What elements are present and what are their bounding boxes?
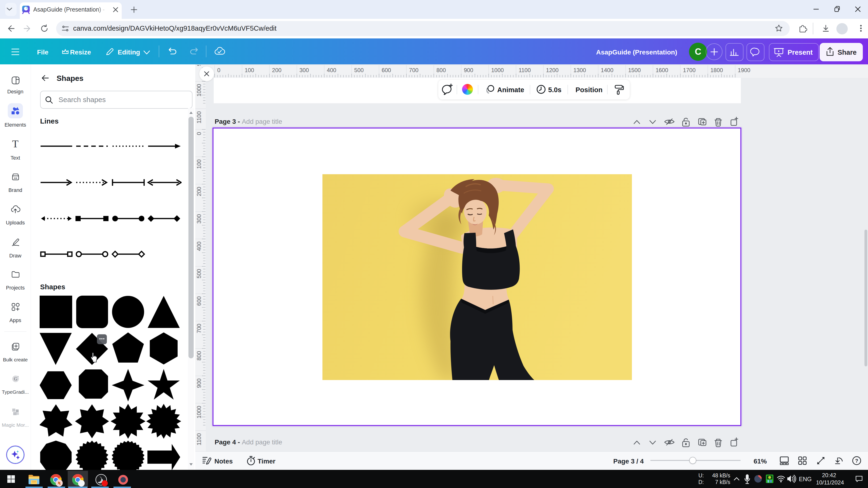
svg-text:1900: 1900 (738, 67, 750, 73)
svg-text:900: 900 (196, 65, 202, 66)
svg-text:1400: 1400 (601, 67, 613, 73)
svg-text:1700: 1700 (683, 67, 695, 73)
svg-text:1800: 1800 (710, 67, 723, 73)
svg-text:400: 400 (196, 242, 202, 251)
svg-text:300: 300 (196, 214, 202, 224)
svg-text:900: 900 (464, 67, 473, 73)
svg-text:800: 800 (436, 67, 446, 73)
svg-text:100: 100 (196, 159, 202, 169)
svg-text:200: 200 (272, 67, 281, 73)
svg-text:1000: 1000 (491, 67, 504, 73)
svg-text:500: 500 (354, 67, 364, 73)
svg-text:1600: 1600 (655, 67, 668, 73)
svg-text:1100: 1100 (519, 67, 531, 73)
svg-text:700: 700 (409, 67, 418, 73)
svg-text:1100: 1100 (196, 111, 202, 124)
svg-text:G: G (14, 376, 18, 382)
svg-text:100: 100 (245, 67, 254, 73)
svg-text:?: ? (855, 458, 858, 464)
svg-text:1000: 1000 (196, 84, 202, 96)
svg-text:co: co (14, 176, 17, 180)
svg-text:1100: 1100 (196, 433, 202, 446)
svg-text:800: 800 (196, 351, 202, 360)
svg-text:600: 600 (196, 296, 202, 306)
svg-text:300: 300 (300, 67, 309, 73)
svg-text:1300: 1300 (574, 67, 586, 73)
svg-text:0: 0 (196, 132, 202, 135)
svg-text:600: 600 (382, 67, 391, 73)
svg-text:1500: 1500 (628, 67, 641, 73)
svg-text:700: 700 (196, 324, 202, 333)
svg-text:500: 500 (196, 269, 202, 279)
svg-text:1200: 1200 (546, 67, 559, 73)
svg-text:400: 400 (327, 67, 336, 73)
svg-text:1000: 1000 (196, 406, 202, 418)
svg-text:200: 200 (196, 187, 202, 196)
svg-text:900: 900 (196, 379, 202, 388)
svg-text:0: 0 (217, 67, 220, 73)
